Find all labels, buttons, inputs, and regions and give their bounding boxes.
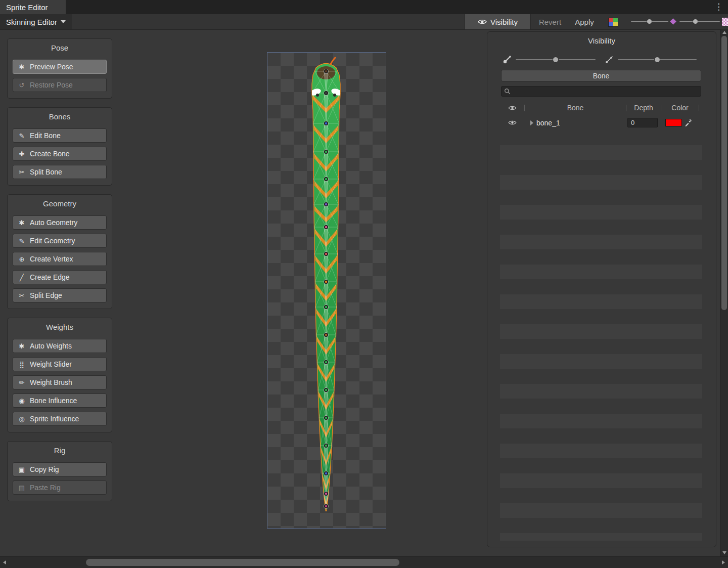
expand-arrow-icon[interactable] [530,120,533,125]
mesh-opacity-icon [605,54,615,64]
split-edge-button[interactable]: ✂ Split Edge [13,288,107,302]
rgb-red-square [609,18,613,22]
scroll-right-icon[interactable] [722,560,725,564]
alpha-slider-handle[interactable] [693,19,698,24]
eye-icon [478,19,487,25]
bone-list-empty-rows [500,145,702,541]
revert-button[interactable]: Revert [534,14,566,29]
color-column-header: Color [661,104,699,112]
mesh-opacity-slider-handle[interactable] [654,57,660,63]
bone-opacity-icon [503,54,513,64]
horizontal-scrollbar-thumb[interactable] [86,559,399,566]
brightness-slider-handle[interactable] [647,19,652,24]
restore-pose-button[interactable]: ↺ Restore Pose [13,78,107,92]
skinning-editor-label: Skinning Editor [6,18,57,26]
brightness-slider[interactable] [631,21,668,22]
bone-table-row[interactable]: bone_1 [500,115,702,130]
title-bar: Sprite Editor ⋮ [0,0,728,14]
weight-slider-icon: ⣿ [18,361,26,368]
search-icon [504,88,511,95]
bone-table-header: Bone Depth Color [500,102,702,113]
rgb-yellow-square [613,22,618,26]
create-edge-button[interactable]: ╱ Create Edge [13,270,107,284]
eye-icon [508,120,517,125]
create-bone-button[interactable]: ✚ Create Bone [13,147,107,161]
bone-opacity-slider-handle[interactable] [553,57,559,63]
split-bone-button[interactable]: ✂ Split Bone [13,165,107,179]
sprite-editor-tab[interactable]: Sprite Editor [0,0,66,14]
eye-icon [508,105,517,111]
split-bone-icon: ✂ [18,168,26,176]
alpha-pattern-icon[interactable] [722,18,728,26]
preview-pose-button[interactable]: ✱ Preview Pose [13,60,107,74]
auto-weights-icon: ✱ [18,342,26,350]
weight-slider-button[interactable]: ⣿ Weight Slider [13,357,107,371]
rgb-toggle-icon[interactable] [608,18,618,27]
scroll-up-icon[interactable] [722,31,726,34]
auto-weights-button[interactable]: ✱ Auto Weights [13,339,107,353]
bone-opacity-slider[interactable] [516,59,596,60]
alpha-slider[interactable] [679,21,720,22]
visibility-panel: Visibility Bone [487,31,716,547]
skinning-editor-dropdown[interactable]: Skinning Editor [0,14,72,29]
paste-rig-icon: ▤ [18,484,26,492]
bone-tab[interactable]: Bone [501,70,701,81]
bone-visibility-toggle[interactable] [500,120,524,125]
visibility-column-toggle[interactable] [500,105,524,111]
bone-influence-icon: ◉ [18,397,26,405]
weights-section-title: Weights [13,320,107,335]
mesh-opacity-slider[interactable] [618,59,697,60]
snake-sprite [267,53,386,528]
sprite-canvas[interactable] [267,52,386,529]
tool-panel: Pose ✱ Preview Pose ↺ Restore Pose Bones… [7,38,112,510]
auto-geometry-icon: ✱ [18,219,26,227]
tab-title: Sprite Editor [6,3,48,12]
sprite-tint-icon[interactable] [670,18,676,25]
edit-geometry-button[interactable]: ✎ Edit Geometry [13,234,107,248]
geometry-section-title: Geometry [13,197,107,211]
more-menu-icon[interactable]: ⋮ [714,1,723,13]
copy-rig-icon: ▣ [18,466,26,473]
pose-section: Pose ✱ Preview Pose ↺ Restore Pose [7,38,112,99]
create-edge-icon: ╱ [18,274,26,281]
bone-color-swatch[interactable] [665,119,682,126]
column-separator [699,105,699,111]
sprite-editor-window: Sprite Editor ⋮ Skinning Editor Visibili… [0,0,728,568]
vertical-scrollbar[interactable] [720,29,728,556]
visibility-label: Visibility [490,18,518,26]
rig-section-title: Rig [13,444,107,458]
bones-section: Bones ✎ Edit Bone ✚ Create Bone ✂ Split … [7,107,112,186]
bone-search[interactable] [501,86,701,97]
scroll-down-icon[interactable] [722,551,726,554]
depth-column-header: Depth [626,104,661,112]
visibility-toggle-button[interactable]: Visibility [465,14,531,29]
sprite-influence-icon: ◎ [18,415,26,423]
scroll-left-icon[interactable] [3,560,6,564]
create-vertex-button[interactable]: ⊕ Create Vertex [13,252,107,266]
apply-button[interactable]: Apply [569,14,600,29]
create-bone-icon: ✚ [18,150,26,158]
horizontal-scrollbar[interactable] [0,556,728,568]
bones-section-title: Bones [13,110,107,124]
search-input[interactable] [511,87,690,96]
chevron-down-icon [61,20,66,23]
edit-geometry-icon: ✎ [18,237,26,245]
bone-influence-button[interactable]: ◉ Bone Influence [13,394,107,408]
weights-section: Weights ✱ Auto Weights ⣿ Weight Slider ✏… [7,318,112,432]
copy-rig-button[interactable]: ▣ Copy Rig [13,462,107,476]
pose-section-title: Pose [13,41,107,56]
eyedropper-icon[interactable] [685,119,692,126]
rgb-green-square [613,18,618,22]
geometry-section: Geometry ✱ Auto Geometry ✎ Edit Geometry… [7,194,112,309]
weight-brush-button[interactable]: ✏ Weight Brush [13,375,107,389]
paste-rig-button[interactable]: ▤ Paste Rig [13,480,107,495]
sprite-influence-button[interactable]: ◎ Sprite Influence [13,412,107,426]
edit-bone-button[interactable]: ✎ Edit Bone [13,128,107,143]
depth-input[interactable] [627,118,658,127]
vertical-scrollbar-thumb[interactable] [721,36,727,310]
rgb-blue-square [609,22,613,26]
auto-geometry-button[interactable]: ✱ Auto Geometry [13,215,107,230]
create-vertex-icon: ⊕ [18,255,26,263]
rig-section: Rig ▣ Copy Rig ▤ Paste Rig [7,441,112,501]
weight-brush-icon: ✏ [18,379,26,386]
